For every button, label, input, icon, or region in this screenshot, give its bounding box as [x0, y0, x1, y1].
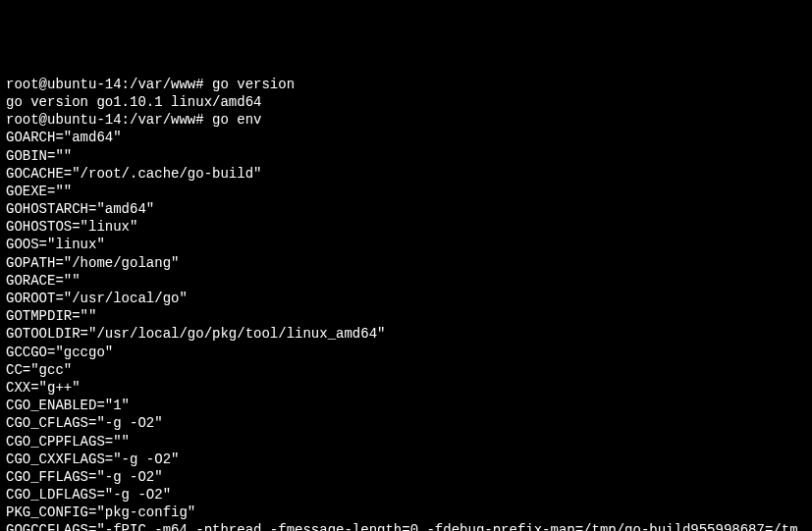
env-line: CGO_LDFLAGS="-g -O2" [6, 486, 806, 504]
env-line: GOEXE="" [6, 183, 806, 200]
env-line: CGO_ENABLED="1" [6, 397, 806, 414]
env-line: CXX="g++" [6, 379, 806, 397]
env-line: GORACE="" [6, 272, 806, 290]
env-line: GOTOOLDIR="/usr/local/go/pkg/tool/linux_… [6, 325, 806, 343]
command-text: go version [212, 77, 295, 92]
env-line: CGO_CPPFLAGS="" [6, 433, 806, 451]
env-line: GOBIN="" [6, 147, 806, 165]
env-line: GCCGO="gccgo" [6, 344, 806, 361]
terminal-output[interactable]: root@ubuntu-14:/var/www# go versiongo ve… [6, 76, 806, 531]
prompt-line-1: root@ubuntu-14:/var/www# go version [6, 76, 806, 93]
env-line: GOTMPDIR="" [6, 307, 806, 325]
env-line: PKG_CONFIG="pkg-config" [6, 504, 806, 521]
env-line: CGO_CXXFLAGS="-g -O2" [6, 451, 806, 468]
output-line: go version go1.10.1 linux/amd64 [6, 93, 806, 111]
env-line: GOPATH="/home/golang" [6, 254, 806, 272]
env-line: CGO_CFLAGS="-g -O2" [6, 414, 806, 432]
env-line: GOHOSTARCH="amd64" [6, 200, 806, 218]
env-line: CGO_FFLAGS="-g -O2" [6, 468, 806, 486]
prompt-line-2: root@ubuntu-14:/var/www# go env [6, 111, 806, 129]
env-line: GOARCH="amd64" [6, 129, 806, 146]
env-line: GOGCCFLAGS="-fPIC -m64 -pthread -fmessag… [6, 521, 806, 531]
env-line: GOOS="linux" [6, 236, 806, 253]
env-line: GOHOSTOS="linux" [6, 218, 806, 236]
env-line: GOROOT="/usr/local/go" [6, 290, 806, 307]
shell-prompt: root@ubuntu-14:/var/www# [6, 77, 212, 92]
env-line: CC="gcc" [6, 361, 806, 379]
shell-prompt: root@ubuntu-14:/var/www# [6, 112, 212, 128]
command-text: go env [212, 112, 261, 128]
env-line: GOCACHE="/root/.cache/go-build" [6, 165, 806, 183]
